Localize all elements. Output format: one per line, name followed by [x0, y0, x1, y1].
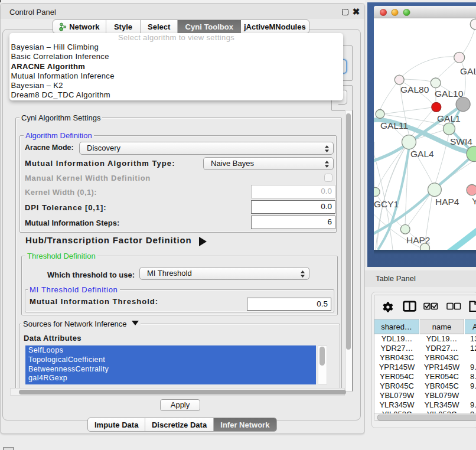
svg-text:HAP2: HAP2: [406, 235, 431, 245]
svg-text:SWI4: SWI4: [450, 136, 472, 146]
svg-text:GCY1: GCY1: [374, 199, 399, 209]
svg-text:HAP4: HAP4: [435, 197, 459, 207]
svg-text:GAL10: GAL10: [435, 89, 464, 99]
svg-text:GAL7: GAL7: [460, 66, 476, 76]
svg-text:GAL1: GAL1: [437, 113, 461, 123]
svg-text:GAL11: GAL11: [380, 120, 408, 131]
svg-text:GAL4: GAL4: [410, 149, 434, 159]
svg-text:Y: Y: [472, 196, 476, 206]
svg-text:GAL80: GAL80: [400, 84, 429, 94]
